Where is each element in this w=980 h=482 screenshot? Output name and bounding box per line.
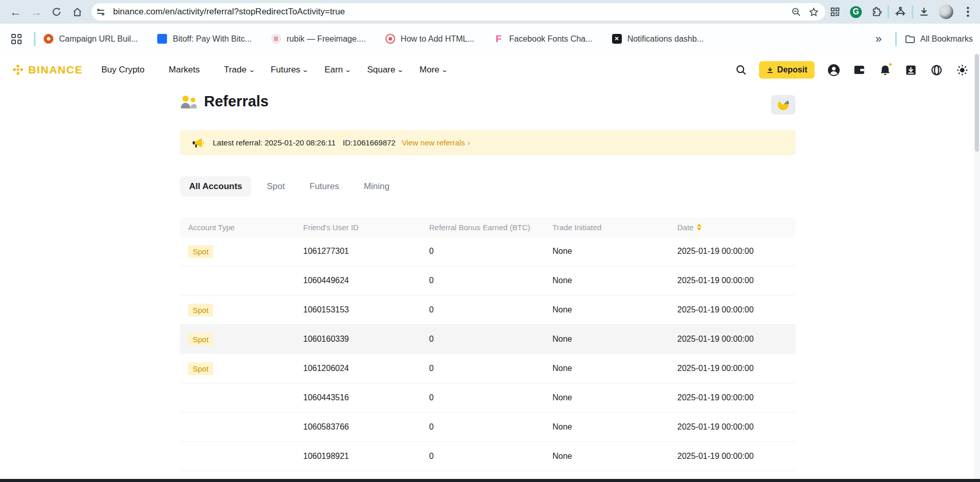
nav-menu-item[interactable]: More ⌄ — [411, 65, 455, 75]
header-date-label: Date — [677, 223, 694, 232]
all-bookmarks-button[interactable]: All Bookmarks — [905, 34, 973, 44]
account-tab[interactable]: Mining — [355, 176, 399, 197]
nav-item-label: Square — [367, 65, 395, 75]
notification-dot — [888, 62, 893, 67]
view-new-referrals-link[interactable]: View new referrals — [402, 138, 465, 147]
search-icon — [735, 64, 747, 76]
qr-code-button[interactable] — [829, 6, 841, 17]
bookmark-item[interactable]: How to Add HTML... — [385, 34, 474, 44]
notifications-button[interactable] — [878, 63, 892, 77]
account-tab[interactable]: Futures — [300, 176, 348, 197]
bookmark-item[interactable]: Campaign URL Buil... — [44, 34, 138, 44]
downloads-button[interactable] — [918, 6, 930, 17]
hanger-extension-button[interactable] — [894, 6, 907, 18]
nav-menu-item[interactable]: Earn ⌄ — [316, 65, 359, 75]
cell-date: 2025-01-19 00:00:00 — [677, 276, 796, 285]
wallet-icon — [853, 64, 865, 76]
account-tab[interactable]: All Accounts — [180, 176, 251, 197]
home-button[interactable] — [67, 2, 87, 22]
all-bookmarks-label: All Bookmarks — [920, 34, 973, 44]
referral-banner: Latest referral: 2025-01-20 08:26:11 ID:… — [180, 130, 796, 155]
download-icon — [918, 6, 930, 17]
cell-trade-initiated: None — [552, 452, 677, 461]
site-info-button[interactable] — [94, 5, 108, 19]
account-button[interactable] — [827, 63, 840, 77]
bookmark-star-button[interactable] — [805, 3, 822, 21]
wallet-button[interactable] — [853, 63, 866, 77]
nav-menu-item[interactable]: Markets ⌄ — [160, 65, 216, 75]
side-panel-apps-button[interactable] — [7, 34, 26, 44]
bookmark-item[interactable]: ✕ Notifications dashb... — [612, 34, 704, 44]
window-bottom-edge — [0, 479, 980, 482]
referrals-page: Referrals Latest referral: 2025-01-20 08… — [180, 93, 796, 482]
profile-avatar[interactable] — [939, 5, 953, 19]
cell-bonus: 0 — [429, 364, 552, 373]
grammarly-extension-button[interactable]: G — [850, 6, 862, 18]
nav-menu-item[interactable]: Square ⌄ — [359, 65, 411, 75]
cell-bonus: 0 — [429, 422, 552, 432]
back-button[interactable]: ← — [5, 2, 26, 22]
header-date-sort[interactable]: Date — [677, 223, 796, 232]
browser-menu-button[interactable] — [960, 5, 975, 19]
page-title: Referrals — [204, 93, 269, 110]
binance-logo[interactable]: BINANCE — [11, 63, 83, 77]
bookmark-item[interactable]: F Facebook Fonts Cha... — [494, 34, 593, 44]
bookmarks-bar: Campaign URL Buil... Bitoff: Pay With Bi… — [0, 24, 980, 54]
cell-date: 2025-01-19 00:00:00 — [677, 305, 796, 314]
zoom-out-icon — [791, 7, 801, 17]
bookmark-item[interactable]: rubik — Freeimage.... — [271, 34, 366, 44]
link-arrow-icon[interactable]: › — [468, 139, 470, 147]
table-row: 1060449624 0 None 2025-01-19 00:00:00 — [180, 266, 796, 295]
nav-menu-item[interactable]: Futures ⌄ — [263, 65, 317, 75]
cell-account-type — [180, 422, 303, 432]
scrollbar-thumb[interactable] — [975, 54, 979, 152]
download-app-button[interactable] — [904, 63, 917, 77]
extensions-button[interactable] — [871, 6, 882, 17]
bookmark-label: rubik — Freeimage.... — [287, 34, 366, 44]
cell-trade-initiated: None — [552, 422, 677, 432]
nav-item-label: Trade — [224, 65, 247, 75]
bookmark-label: Notifications dashb... — [627, 34, 704, 44]
sun-icon — [956, 64, 968, 76]
table-row: 1060443516 0 None 2025-01-19 00:00:00 — [180, 383, 796, 413]
page-scrollbar[interactable] — [974, 54, 980, 479]
referrals-table: Account Type Friend's User ID Referral B… — [180, 217, 796, 482]
cell-date: 2025-01-19 00:00:00 — [677, 247, 796, 256]
deposit-button[interactable]: Deposit — [759, 61, 815, 79]
three-dot-menu-icon — [967, 7, 969, 17]
referrals-people-icon — [180, 94, 197, 109]
zoom-button[interactable] — [787, 3, 805, 21]
chevron-down-icon: ⌄ — [248, 66, 255, 73]
sort-arrows-icon — [697, 224, 701, 231]
nav-item-label: Markets — [169, 65, 199, 75]
url-bar[interactable]: binance.com/en/activity/referral?stopRed… — [91, 3, 825, 21]
table-row: Spot 1061277301 0 None 2025-01-19 00:00:… — [180, 237, 796, 266]
nav-menu-item[interactable]: Buy Crypto ⌄ — [93, 65, 160, 75]
tab-label: Mining — [364, 181, 390, 191]
browser-toolbar: ← → binance.com/en/activity/referral?sto… — [0, 0, 980, 24]
nav-menu-item[interactable]: Trade ⌄ — [216, 65, 263, 75]
bookmarks-overflow-button[interactable]: » — [876, 32, 882, 46]
cell-date: 2025-01-19 00:00:00 — [677, 393, 796, 402]
nav-search-button[interactable] — [734, 63, 748, 77]
pie-chart-icon — [777, 99, 789, 111]
tab-label: All Accounts — [189, 181, 242, 191]
theme-toggle-button[interactable] — [955, 63, 969, 77]
forward-button[interactable]: → — [26, 2, 46, 22]
bookmark-item[interactable]: Bitoff: Pay With Bitc... — [157, 34, 252, 44]
cell-friend-id: 1060443516 — [303, 393, 429, 402]
url-text[interactable]: binance.com/en/activity/referral?stopRed… — [113, 7, 345, 17]
cell-trade-initiated: None — [552, 335, 677, 344]
bookmarks-separator — [34, 32, 35, 46]
qr-code-icon — [829, 6, 841, 17]
account-tab[interactable]: Spot — [257, 176, 294, 197]
table-body: Spot 1061277301 0 None 2025-01-19 00:00:… — [180, 237, 796, 482]
bookmark-label: How to Add HTML... — [401, 34, 474, 44]
spot-tag: Spot — [188, 362, 213, 375]
cell-account-type: Spot — [180, 245, 303, 258]
reload-button[interactable] — [46, 2, 67, 22]
cell-trade-initiated: None — [552, 364, 677, 373]
pie-widget-button[interactable] — [771, 95, 796, 115]
download-app-icon — [905, 64, 917, 76]
language-button[interactable] — [930, 63, 943, 77]
